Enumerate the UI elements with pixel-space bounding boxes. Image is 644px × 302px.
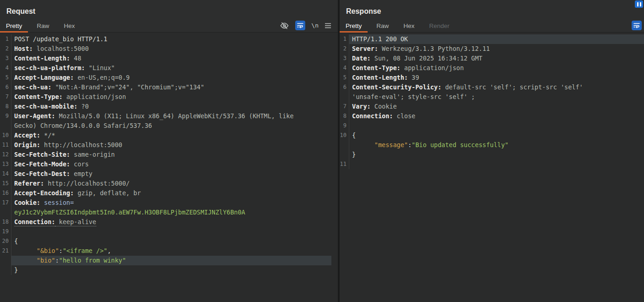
code-row: 10Accept: */* <box>0 131 331 140</box>
code-row: 19 <box>0 227 331 236</box>
code-line: "message":"Bio updated successfully" <box>349 140 644 150</box>
code-line: HTTP/1.1 200 OK <box>349 34 644 44</box>
http-message-viewer: Request Pretty Raw Hex <box>0 0 644 302</box>
line-number: 2 <box>340 44 349 54</box>
code-row: 4Content-Type: application/json <box>340 63 644 73</box>
line-number: 13 <box>0 159 11 169</box>
request-toolbar: \n <box>280 21 331 30</box>
line-number: 9 <box>340 121 349 131</box>
code-row: 18Connection: keep-alive <box>0 217 331 227</box>
line-number: 21 <box>0 246 11 256</box>
code-row: 1POST /update_bio HTTP/1.1 <box>0 34 331 44</box>
code-row: 9User-Agent: Mozilla/5.0 (X11; Linux x86… <box>0 111 331 121</box>
code-line: Content-Length: 48 <box>11 54 331 63</box>
line-number <box>340 92 349 102</box>
code-line: Sec-Fetch-Site: same-origin <box>11 150 331 159</box>
code-line: Accept: */* <box>11 131 331 140</box>
tab-request-raw[interactable]: Raw <box>31 20 55 33</box>
response-toolbar <box>632 21 642 30</box>
line-number <box>340 150 349 159</box>
code-row: 5Content-Length: 39 <box>340 73 644 82</box>
code-line: Referer: http://localhost:5000/ <box>11 179 331 188</box>
code-row: 8Connection: close <box>340 111 644 121</box>
line-number: 3 <box>340 54 349 63</box>
line-number: 9 <box>0 111 11 121</box>
tab-response-raw[interactable]: Raw <box>370 20 395 33</box>
response-panel-header: Response Pretty Raw Hex Render <box>340 0 644 33</box>
code-line: sec-ch-ua-mobile: ?0 <box>11 102 331 111</box>
code-line: Accept-Language: en-US,en;q=0.9 <box>11 73 331 82</box>
code-row: 17Cookie: session= <box>0 198 331 208</box>
newline-icon[interactable]: \n <box>311 22 319 29</box>
request-panel-title: Request <box>6 7 35 16</box>
code-row: 1HTTP/1.1 200 OK <box>340 34 644 44</box>
eye-slash-icon[interactable] <box>280 22 289 30</box>
line-number: 3 <box>0 54 11 63</box>
line-number: 15 <box>0 179 11 188</box>
word-wrap-icon[interactable] <box>632 21 642 30</box>
code-line: Accept-Encoding: gzip, deflate, br <box>11 188 331 198</box>
code-line: } <box>349 150 644 159</box>
code-row: 6Content-Security-Policy: default-src 's… <box>340 82 644 92</box>
word-wrap-icon[interactable] <box>295 21 305 30</box>
tab-request-pretty[interactable]: Pretty <box>0 20 28 33</box>
line-number <box>340 140 349 150</box>
line-number: 6 <box>0 82 11 92</box>
menu-icon[interactable] <box>325 23 331 28</box>
code-row: 7Content-Type: application/json <box>0 92 331 102</box>
code-line: Content-Length: 39 <box>349 73 644 82</box>
code-row: 15Referer: http://localhost:5000/ <box>0 179 331 188</box>
code-row: "message":"Bio updated successfully" <box>340 140 644 150</box>
code-line: Connection: close <box>349 111 644 121</box>
code-line: { <box>11 236 331 246</box>
pause-icon[interactable] <box>635 0 643 8</box>
response-editor[interactable]: 1HTTP/1.1 200 OK2Server: Werkzeug/3.1.3 … <box>340 33 644 302</box>
line-number: 10 <box>0 131 11 140</box>
line-number: 14 <box>0 169 11 179</box>
code-row: 4sec-ch-ua-platform: "Linux" <box>0 63 331 73</box>
line-number: 11 <box>0 140 11 150</box>
code-line <box>11 227 331 236</box>
line-number <box>0 208 11 217</box>
code-line: sec-ch-ua: "Not:A-Brand";v="24", "Chromi… <box>11 82 331 92</box>
code-row: 21 "&bio":"<iframe />", <box>0 246 331 256</box>
code-line: 'unsafe-eval'; style-src 'self' ; <box>349 92 644 102</box>
code-line: Connection: keep-alive <box>11 217 331 227</box>
code-line: Content-Type: application/json <box>11 92 331 102</box>
code-line: Vary: Cookie <box>349 102 644 111</box>
line-number: 16 <box>0 188 11 198</box>
code-row: 16Accept-Encoding: gzip, deflate, br <box>0 188 331 198</box>
code-line: Server: Werkzeug/3.1.3 Python/3.12.11 <box>349 44 644 54</box>
line-number <box>0 265 11 275</box>
code-row: 'unsafe-eval'; style-src 'self' ; <box>340 92 644 102</box>
code-line: Sec-Fetch-Mode: cors <box>11 159 331 169</box>
code-row: eyJ1c2VybmFtZSI6Indpbmt5In0.aEW7Fw.H3OBF… <box>0 208 331 217</box>
tab-response-render: Render <box>423 20 455 33</box>
code-row: 14Sec-Fetch-Dest: empty <box>0 169 331 179</box>
tab-request-hex[interactable]: Hex <box>58 20 81 33</box>
line-number: 2 <box>0 44 11 54</box>
code-row: } <box>340 150 644 159</box>
line-number: 12 <box>0 150 11 159</box>
line-number: 10 <box>340 131 349 140</box>
request-panel: Request Pretty Raw Hex <box>0 0 338 302</box>
code-line: { <box>349 131 644 140</box>
code-line: Date: Sun, 08 Jun 2025 16:34:12 GMT <box>349 54 644 63</box>
code-row: "bio":"hello from winky" <box>0 256 331 265</box>
line-number: 4 <box>340 63 349 73</box>
line-number: 7 <box>0 92 11 102</box>
code-line: POST /update_bio HTTP/1.1 <box>11 34 331 44</box>
tab-response-pretty[interactable]: Pretty <box>340 20 368 33</box>
code-row: Gecko) Chrome/134.0.0.0 Safari/537.36 <box>0 121 331 131</box>
code-line: Content-Type: application/json <box>349 63 644 73</box>
tab-response-hex[interactable]: Hex <box>397 20 420 33</box>
response-panel-title: Response <box>346 7 381 16</box>
line-number: 18 <box>0 217 11 227</box>
line-number: 7 <box>340 102 349 111</box>
line-number: 17 <box>0 198 11 208</box>
code-line: Origin: http://localhost:5000 <box>11 140 331 150</box>
request-editor[interactable]: 1POST /update_bio HTTP/1.12Host: localho… <box>0 33 338 302</box>
line-number: 1 <box>340 34 349 44</box>
code-row: 5Accept-Language: en-US,en;q=0.9 <box>0 73 331 82</box>
line-number: 8 <box>0 102 11 111</box>
